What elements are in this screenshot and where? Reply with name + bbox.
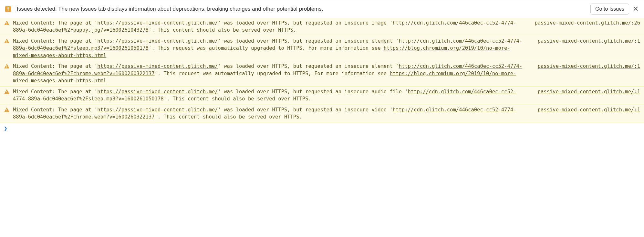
svg-rect-7 [6, 65, 7, 67]
source-link[interactable]: passive-mixed-content.glitch.me/:1 [530, 37, 640, 45]
warning-triangle-icon [4, 63, 11, 69]
issues-bar: Issues detected. The new Issues tab disp… [0, 0, 644, 18]
warning-triangle-icon [4, 107, 11, 113]
svg-rect-2 [8, 10, 9, 11]
page-url-link[interactable]: https://passive-mixed-content.glitch.me/ [97, 63, 218, 69]
page-url-link[interactable]: https://passive-mixed-content.glitch.me/ [97, 89, 218, 95]
warning-triangle-icon [4, 89, 11, 95]
warning-triangle-icon [4, 20, 11, 26]
source-link[interactable]: passive-mixed-content.glitch.me/:1 [530, 63, 640, 70]
console-rows: Mixed Content: The page at 'https://pass… [0, 18, 644, 123]
console-message: Mixed Content: The page at 'https://pass… [13, 37, 530, 59]
page-url-link[interactable]: https://passive-mixed-content.glitch.me/ [97, 20, 218, 26]
svg-rect-5 [6, 40, 7, 42]
svg-rect-11 [6, 109, 7, 110]
console-prompt[interactable]: ❯ [0, 123, 644, 134]
svg-rect-1 [8, 7, 9, 10]
console-warning-row[interactable]: Mixed Content: The page at 'https://pass… [0, 105, 644, 123]
source-link[interactable]: passive-mixed-content.glitch.me/:26 [527, 19, 640, 26]
svg-rect-10 [6, 93, 7, 93]
page-url-link[interactable]: https://passive-mixed-content.glitch.me/ [97, 107, 218, 113]
console-message: Mixed Content: The page at 'https://pass… [13, 63, 530, 84]
issues-badge-icon [5, 5, 12, 13]
issues-bar-text: Issues detected. The new Issues tab disp… [17, 6, 590, 12]
console-warning-row[interactable]: Mixed Content: The page at 'https://pass… [0, 61, 644, 87]
warning-triangle-icon [4, 38, 11, 44]
console-warning-row[interactable]: Mixed Content: The page at 'https://pass… [0, 36, 644, 61]
source-link[interactable]: passive-mixed-content.glitch.me/:1 [530, 88, 640, 95]
svg-rect-8 [6, 67, 7, 68]
svg-rect-12 [6, 111, 7, 111]
prompt-caret-icon: ❯ [4, 125, 7, 132]
close-issues-bar-button[interactable]: ✕ [632, 5, 639, 13]
svg-rect-4 [6, 24, 7, 25]
console-warning-row[interactable]: Mixed Content: The page at 'https://pass… [0, 87, 644, 105]
console-message: Mixed Content: The page at 'https://pass… [13, 19, 527, 34]
svg-rect-9 [6, 91, 7, 92]
page-url-link[interactable]: https://passive-mixed-content.glitch.me/ [97, 38, 218, 44]
go-to-issues-button[interactable]: Go to Issues [590, 4, 629, 15]
source-link[interactable]: passive-mixed-content.glitch.me/:1 [530, 106, 640, 113]
svg-rect-6 [6, 42, 7, 43]
console-warning-row[interactable]: Mixed Content: The page at 'https://pass… [0, 18, 644, 36]
svg-rect-3 [6, 22, 7, 24]
console-message: Mixed Content: The page at 'https://pass… [13, 106, 530, 121]
console-message: Mixed Content: The page at 'https://pass… [13, 88, 530, 103]
